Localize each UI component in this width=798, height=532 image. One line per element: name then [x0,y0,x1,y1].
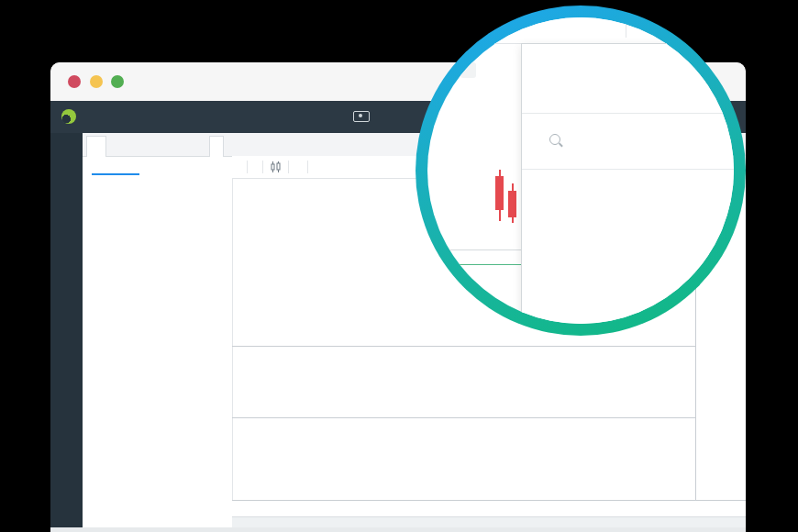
zoom-window-icon[interactable] [111,75,124,88]
magnified-pane-border [427,249,521,250]
dropdown-divider [522,169,734,170]
toolbar-divider [626,22,626,38]
favorites-underline [92,173,139,175]
gear-icon[interactable] [460,62,476,78]
magnified-price-line [453,264,521,265]
screenshot-stage [0,0,798,532]
rates-tabbar [83,133,206,157]
time-axis[interactable] [232,501,746,516]
magnified-toolbar [427,17,734,44]
tab-charting[interactable] [209,136,224,157]
close-window-icon[interactable] [68,75,81,88]
app-sidebar [50,133,83,532]
minimize-window-icon[interactable] [90,75,103,88]
drawing-toolbar [206,178,233,524]
indicators-dropdown [521,43,734,324]
window-bottom-strip [50,527,746,532]
magnifier-content [427,17,734,324]
chart-type-icon[interactable] [271,161,281,173]
banknote-icon [353,111,370,122]
magnified-candle [508,191,516,217]
oanda-logo-icon [61,109,76,124]
search-icon [549,134,560,145]
rates-panel [83,133,207,532]
tab-rates[interactable] [86,136,106,157]
dropdown-divider [522,113,734,114]
magnified-candle [495,176,504,210]
magnifier-overlay [416,6,746,336]
